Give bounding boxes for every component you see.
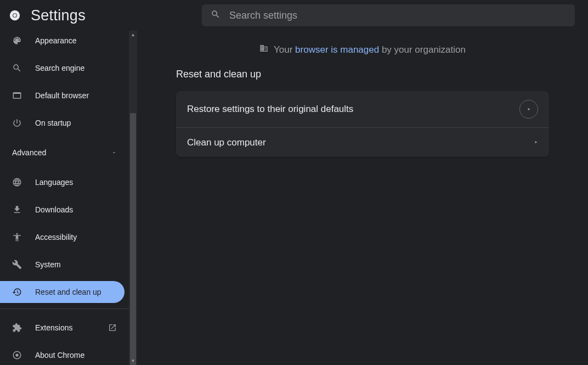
wrench-icon [12,260,22,269]
power-icon [12,118,22,128]
svg-point-2 [13,14,16,17]
managed-text: Your browser is managed by your organiza… [274,44,466,55]
sidebar-item-label: Extensions [35,323,72,332]
sidebar-item-appearance[interactable]: Appearance [0,31,129,52]
accessibility-icon [12,232,22,242]
row-restore-defaults[interactable]: Restore settings to their original defau… [176,91,549,127]
managed-banner: Your browser is managed by your organiza… [145,44,580,55]
extension-icon [12,323,22,333]
chrome-icon [12,350,22,360]
search-input[interactable] [229,10,566,21]
chrome-logo-icon [9,9,21,21]
settings-card: Restore settings to their original defau… [176,91,549,157]
sidebar-item-system[interactable]: System [0,254,129,276]
sidebar-item-label: On startup [35,119,71,127]
scrollbar-thumb[interactable] [130,113,136,365]
download-icon [12,205,22,215]
sidebar-item-extensions[interactable]: Extensions [0,317,129,339]
sidebar-item-label: Accessibility [35,233,77,242]
sidebar-item-default-browser[interactable]: Default browser [0,85,129,106]
svg-point-4 [15,353,18,356]
row-label: Restore settings to their original defau… [187,104,353,115]
search-icon [211,9,220,21]
main-content: Your browser is managed by your organiza… [137,31,588,365]
search-icon [12,63,22,73]
sidebar-item-label: System [35,260,61,269]
sidebar: Appearance Search engine Default browser… [0,31,137,365]
section-title: Reset and clean up [176,69,549,80]
sidebar-item-reset[interactable]: Reset and clean up [0,281,125,303]
row-cleanup-computer[interactable]: Clean up computer [176,127,549,157]
globe-icon [12,177,22,187]
building-icon [259,44,268,55]
arrow-right-circled-icon[interactable] [519,100,538,119]
scrollbar[interactable]: ▲ ▼ [129,31,137,365]
arrow-right-icon [534,139,538,145]
restore-icon [12,287,22,297]
managed-link[interactable]: browser is managed [295,44,379,55]
sidebar-item-label: Appearance [35,36,77,45]
sidebar-item-label: Languages [35,178,73,187]
sidebar-item-on-startup[interactable]: On startup [0,112,129,134]
row-label: Clean up computer [187,137,266,148]
page-title: Settings [31,7,86,24]
chevron-up-icon [111,148,117,157]
sidebar-section-advanced[interactable]: Advanced [0,139,129,166]
sidebar-item-accessibility[interactable]: Accessibility [0,226,129,248]
header-left: Settings [9,7,202,24]
search-container [202,4,575,26]
external-link-icon [108,323,117,332]
browser-icon [12,91,22,100]
scroll-up-icon[interactable]: ▲ [129,31,137,39]
sidebar-item-label: Search engine [35,64,84,72]
header: Settings [0,0,588,31]
sidebar-item-about[interactable]: About Chrome [0,344,129,365]
search-box[interactable] [202,4,575,26]
sidebar-item-label: Default browser [35,91,89,100]
sidebar-item-languages[interactable]: Languages [0,171,129,193]
sidebar-item-label: About Chrome [35,351,84,360]
sidebar-divider [0,308,129,309]
sidebar-item-label: Reset and clean up [35,288,101,296]
sidebar-item-label: Downloads [35,205,73,214]
sidebar-item-downloads[interactable]: Downloads [0,199,129,221]
sidebar-item-search-engine[interactable]: Search engine [0,57,129,79]
palette-icon [12,36,22,46]
sidebar-section-label: Advanced [12,148,46,157]
scroll-down-icon[interactable]: ▼ [129,357,137,365]
